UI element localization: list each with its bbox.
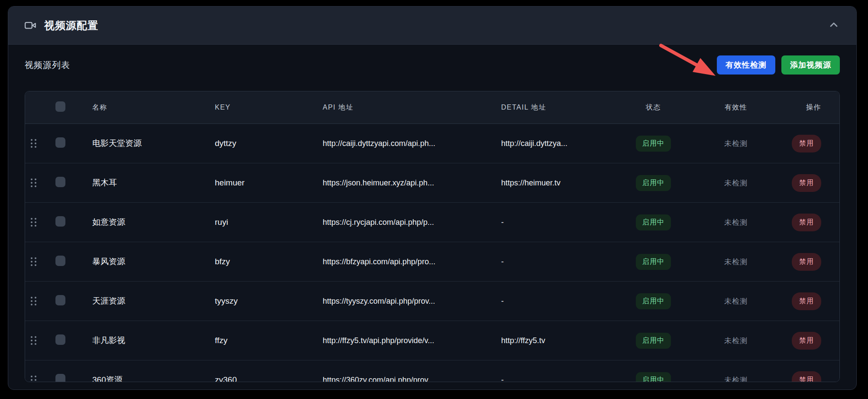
row-handle-cell [25,257,55,266]
row-checkbox[interactable] [55,334,65,345]
row-checkbox-cell [55,256,92,268]
row-checkbox[interactable] [55,374,65,383]
row-checkbox[interactable] [55,216,65,227]
row-checkbox-cell [55,295,92,308]
cell-name: 360资源 [92,374,215,382]
row-handle-cell [25,336,55,345]
video-camera-icon [25,19,36,31]
cell-action: 禁用 [786,174,839,192]
cell-action: 禁用 [786,371,839,383]
cell-name: 电影天堂资源 [92,138,215,149]
validity-label: 未检测 [724,296,748,306]
column-header-status: 状态 [621,103,686,112]
cell-detail-url: - [501,218,621,227]
cell-status: 启用中 [621,293,686,309]
status-badge: 启用中 [636,293,671,309]
drag-handle-icon[interactable] [31,257,36,266]
drag-handle-icon[interactable] [31,336,36,345]
disable-button[interactable]: 禁用 [792,174,821,192]
cell-key: dyttzy [215,139,323,148]
cell-detail-url: - [501,376,621,383]
cell-validity: 未检测 [686,257,786,267]
validity-label: 未检测 [724,375,748,383]
video-source-config-panel: 视频源配置 视频源列表 有效性检测 添加视频源 名称 [8,6,857,390]
drag-handle-icon[interactable] [31,218,36,227]
cell-api-url: https://cj.rycjapi.com/api.php/p... [323,218,501,227]
row-checkbox-cell [55,177,92,189]
add-video-source-button[interactable]: 添加视频源 [781,55,840,75]
select-all-checkbox[interactable] [55,101,65,112]
row-handle-cell [25,178,55,187]
drag-handle-icon[interactable] [31,297,36,305]
row-checkbox[interactable] [55,256,65,266]
cell-api-url: https://360zy.com/api.php/prov... [323,376,501,383]
drag-handle-icon[interactable] [31,139,36,148]
cell-key: zy360 [215,375,323,382]
row-checkbox-cell [55,334,92,347]
cell-status: 启用中 [621,136,686,152]
cell-name: 非凡影视 [92,335,215,346]
cell-validity: 未检测 [686,139,786,149]
column-header-action: 操作 [786,103,839,112]
cell-detail-url: - [501,257,621,266]
disable-button[interactable]: 禁用 [792,135,821,152]
validity-label: 未检测 [724,336,748,346]
cell-api-url: https://json.heimuer.xyz/api.ph... [323,178,501,188]
panel-header: 视频源配置 [8,6,856,45]
cell-name: 黑木耳 [92,177,215,188]
status-badge: 启用中 [636,214,671,230]
status-badge: 启用中 [636,333,671,349]
chevron-up-icon [828,19,840,32]
table-row: 非凡影视 ffzy http://ffzy5.tv/api.php/provid… [25,321,839,360]
cell-action: 禁用 [786,135,839,152]
cell-name: 暴风资源 [92,256,215,267]
row-checkbox-cell [55,137,92,150]
cell-api-url: http://caiji.dyttzyapi.com/api.ph... [323,139,501,148]
column-header-validity: 有效性 [686,103,786,112]
table-body: 电影天堂资源 dyttzy http://caiji.dyttzyapi.com… [25,124,839,382]
column-header-key: KEY [215,104,323,111]
cell-action: 禁用 [786,292,839,310]
drag-handle-icon[interactable] [31,178,36,187]
cell-status: 启用中 [621,254,686,270]
disable-button[interactable]: 禁用 [792,214,821,231]
cell-validity: 未检测 [686,375,786,383]
cell-key: bfzy [215,257,323,266]
disable-button[interactable]: 禁用 [792,292,821,310]
header-checkbox-cell [55,101,92,114]
toolbar-buttons: 有效性检测 添加视频源 [717,55,840,75]
row-checkbox[interactable] [55,177,65,187]
status-badge: 启用中 [636,254,671,270]
cell-validity: 未检测 [686,217,786,227]
validity-label: 未检测 [724,257,748,267]
table-row: 电影天堂资源 dyttzy http://caiji.dyttzyapi.com… [25,124,839,163]
cell-detail-url: https://heimuer.tv [501,178,621,188]
table-row: 黑木耳 heimuer https://json.heimuer.xyz/api… [25,163,839,203]
row-handle-cell [25,218,55,227]
disable-button[interactable]: 禁用 [792,253,821,271]
collapse-panel-button[interactable] [828,19,840,32]
panel-body: 视频源列表 有效性检测 添加视频源 名称 KEY API 地址 DETAIL 地… [8,45,856,382]
cell-key: ruyi [215,217,323,227]
cell-status: 启用中 [621,333,686,349]
cell-validity: 未检测 [686,336,786,346]
validity-label: 未检测 [724,178,748,188]
cell-key: tyyszy [215,296,323,306]
row-checkbox[interactable] [55,137,65,148]
toolbar: 视频源列表 有效性检测 添加视频源 [25,55,840,75]
column-header-api: API 地址 [323,103,501,112]
row-checkbox[interactable] [55,295,65,305]
disable-button[interactable]: 禁用 [792,332,821,350]
validity-check-button[interactable]: 有效性检测 [717,55,775,75]
cell-detail-url: http://caiji.dyttzya... [501,139,621,148]
drag-handle-icon[interactable] [31,376,36,382]
validity-label: 未检测 [724,217,748,227]
cell-status: 启用中 [621,372,686,383]
disable-button[interactable]: 禁用 [792,371,821,383]
cell-key: heimuer [215,178,323,188]
row-checkbox-cell [55,374,92,383]
table-row: 如意资源 ruyi https://cj.rycjapi.com/api.php… [25,203,839,242]
row-checkbox-cell [55,216,92,229]
row-handle-cell [25,139,55,148]
cell-action: 禁用 [786,214,839,231]
